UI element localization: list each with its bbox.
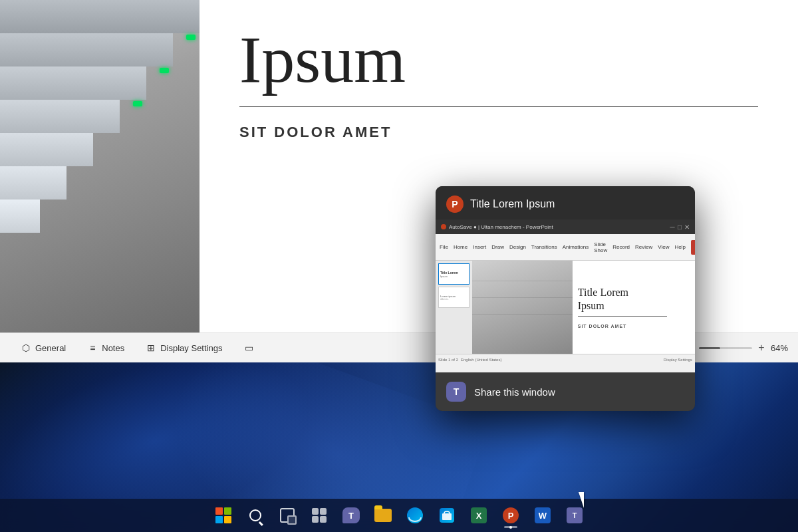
general-label: General xyxy=(35,343,66,353)
ribbon-draw: Draw xyxy=(491,244,504,250)
search-icon xyxy=(249,509,261,521)
stair-step xyxy=(0,200,40,233)
mini-stair-3 xyxy=(472,314,573,315)
minimize-icon: ─ xyxy=(670,224,675,229)
win-quad-1 xyxy=(215,507,223,515)
svg-rect-0 xyxy=(442,513,452,520)
task-view-icon xyxy=(280,508,295,523)
widgets-icon xyxy=(312,508,327,523)
mini-stair-1 xyxy=(472,281,573,281)
zoom-value: 64% xyxy=(771,343,788,353)
mini-ribbon: File Home Insert Draw Design Transitions… xyxy=(436,234,695,261)
popup-share-area[interactable]: T Share this window xyxy=(436,372,695,411)
reading-view-icon: ▭ xyxy=(243,342,254,353)
stair-step xyxy=(0,100,120,133)
edge-button[interactable] xyxy=(400,501,430,530)
teams-icon: T xyxy=(567,507,583,523)
mini-img-bg xyxy=(472,261,573,354)
mini-slide-subtitle: SIT DOLOR AMET xyxy=(578,324,690,329)
word-button[interactable]: W xyxy=(528,501,557,530)
windows-logo-icon xyxy=(215,507,231,523)
zoom-controls: − + 64% xyxy=(683,341,788,354)
display-settings-label: Display Settings xyxy=(160,343,222,353)
stair-step xyxy=(0,166,66,200)
notes-button[interactable]: ≡ Notes xyxy=(76,340,135,356)
mini-slide-title-2: Ipsum xyxy=(578,299,690,312)
led-light xyxy=(133,101,142,106)
widget-cell-1 xyxy=(312,508,319,515)
mini-titlebar: AutoSave ● | Ultan menachem - PowerPoint… xyxy=(436,219,695,234)
general-status[interactable]: ⬡ General xyxy=(10,340,76,356)
search-taskbar-button[interactable] xyxy=(241,501,270,530)
led-light xyxy=(160,68,169,73)
mini-slide-canvas: Title Lorem Ipsum SIT DOLOR AMET xyxy=(472,261,695,354)
store-button[interactable] xyxy=(432,501,462,530)
display-settings-icon: ⊞ xyxy=(146,342,156,353)
excel-button[interactable]: X xyxy=(464,501,493,530)
edge-icon xyxy=(407,507,423,523)
slide-divider xyxy=(239,106,758,107)
ribbon-insert: Insert xyxy=(473,244,486,250)
slide-title: Ipsum xyxy=(239,27,758,93)
record-button: ⬤ Record xyxy=(691,240,695,255)
zoom-in-button[interactable]: + xyxy=(755,341,768,354)
zoom-bar-fill xyxy=(699,347,720,349)
popup-title: Title Lorem Ipsum xyxy=(470,198,555,210)
popup-header: P Title Lorem Ipsum xyxy=(436,186,695,219)
win-quad-3 xyxy=(215,516,223,523)
ribbon-review: Review xyxy=(635,244,652,250)
ribbon-animations: Animations xyxy=(563,244,589,250)
mini-ppt-ui: AutoSave ● | Ultan menachem - PowerPoint… xyxy=(436,219,695,372)
mini-main-area: Title Lorem Ipsum Lorem ipsum dolor sit.… xyxy=(436,261,695,354)
start-button[interactable] xyxy=(209,501,238,530)
stair-step xyxy=(0,133,93,166)
popup-preview[interactable]: AutoSave ● | Ultan menachem - PowerPoint… xyxy=(436,219,695,372)
ribbon-home: Home xyxy=(454,244,467,250)
ribbon-design: Design xyxy=(509,244,526,250)
popup-ppt-icon: P xyxy=(446,196,464,213)
mini-ppt-icon xyxy=(441,224,446,229)
win-quad-2 xyxy=(224,507,231,515)
mini-app-title: AutoSave ● | Ultan menachem - PowerPoint xyxy=(449,224,553,230)
widgets-button[interactable] xyxy=(305,501,334,530)
teams-chat-button[interactable]: T xyxy=(336,501,366,530)
display-settings-button[interactable]: ⊞ Display Settings xyxy=(135,340,233,356)
ribbon-help: Help xyxy=(674,244,685,250)
ribbon-file: File xyxy=(440,244,448,250)
reading-view-button[interactable]: ▭ xyxy=(233,340,265,356)
teams-chat-icon: T xyxy=(342,507,360,523)
mini-thumb-1: Title Lorem Ipsum xyxy=(438,263,469,285)
ribbon-slideshow: Slide Show xyxy=(594,241,607,253)
file-explorer-button[interactable] xyxy=(368,501,398,530)
ribbon-record: Record xyxy=(612,244,630,250)
taskbar: T X P W xyxy=(0,499,798,532)
notes-label: Notes xyxy=(102,343,124,353)
popup-share-button: Share this window xyxy=(474,386,555,398)
zoom-slider[interactable] xyxy=(699,347,752,349)
ribbon-view: View xyxy=(658,244,669,250)
mini-status-slide: Slide 1 of 2 xyxy=(438,358,458,362)
task-view-button[interactable] xyxy=(273,501,302,530)
popup-teams-icon: T xyxy=(446,382,466,402)
powerpoint-button[interactable]: P xyxy=(496,501,525,530)
mini-status-lang: English (United States) xyxy=(461,358,501,362)
task-view-overlay xyxy=(287,515,297,525)
mini-slide-panel: Title Lorem Ipsum Lorem ipsum dolor sit.… xyxy=(436,261,472,354)
mini-thumb-2: Lorem ipsum dolor sit... xyxy=(438,287,469,308)
status-right: − + 64% xyxy=(683,341,788,354)
stair-step xyxy=(0,33,173,66)
mini-slide-image xyxy=(472,261,573,354)
file-explorer-icon xyxy=(374,509,392,522)
stair-step xyxy=(0,0,200,33)
stair-step xyxy=(0,66,146,100)
store-icon xyxy=(440,508,454,523)
widget-cell-3 xyxy=(312,516,319,523)
mini-slide-divider xyxy=(578,316,668,317)
teams-button[interactable]: T xyxy=(560,501,589,530)
led-light xyxy=(186,35,196,40)
powerpoint-icon: P xyxy=(503,507,519,523)
close-icon: ✕ xyxy=(684,224,690,229)
mini-statusbar: Slide 1 of 2 English (United States) Dis… xyxy=(436,354,695,364)
slide-subtitle: SIT DOLOR AMET xyxy=(239,124,758,141)
excel-icon: X xyxy=(471,507,487,523)
